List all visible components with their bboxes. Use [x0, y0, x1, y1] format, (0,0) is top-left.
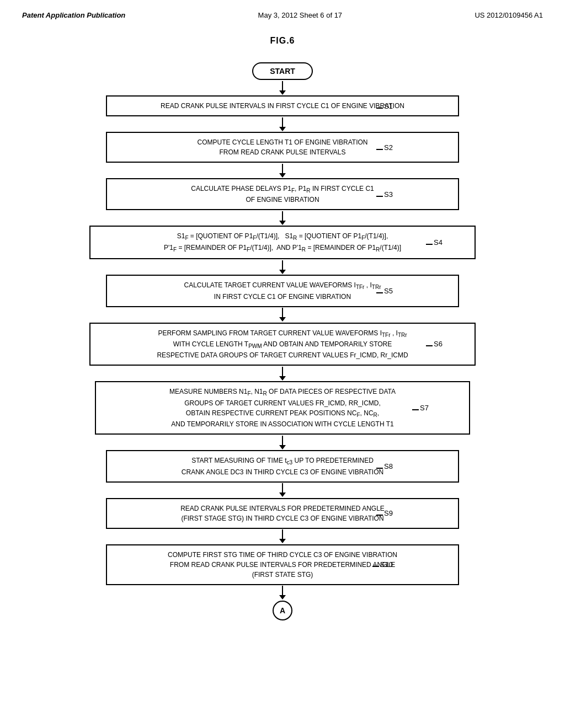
step-s2-row: COMPUTE CYCLE LENGTH T1 OF ENGINE VIBRAT… [106, 132, 459, 163]
step-s3-text: CALCULATE PHASE DELAYS P1F, P1R IN FIRST… [191, 185, 374, 204]
step-s1-row: READ CRANK PULSE INTERVALS IN FIRST CYCL… [106, 95, 459, 116]
s1-dash [376, 108, 383, 109]
start-label: START [270, 67, 295, 76]
arrow-7 [279, 366, 286, 381]
step-s9-row: READ CRANK PULSE INTERVALS FOR PREDETERM… [106, 498, 459, 529]
step-s3-row: CALCULATE PHASE DELAYS P1F, P1R IN FIRST… [106, 178, 459, 210]
step-s6-text: PERFORM SAMPLING FROM TARGET CURRENT VAL… [157, 329, 408, 360]
step-s10-row: COMPUTE FIRST STG TIME OF THIRD CYCLE C3… [106, 544, 459, 585]
step-s6-label: S6 [426, 340, 443, 348]
step-s1-text: READ CRANK PULSE INTERVALS IN FIRST CYCL… [161, 102, 404, 110]
header-publication-label: Patent Application Publication [22, 11, 125, 19]
step-s8-box: START MEASURING OF TIME tc3 UP TO PREDET… [106, 450, 459, 482]
arrow-11 [279, 585, 286, 601]
s6-dash [426, 345, 433, 346]
arrow-5 [279, 259, 286, 275]
step-s8-label: S8 [376, 462, 393, 470]
step-s5-label: S5 [376, 287, 393, 295]
arrow-8 [279, 435, 286, 450]
s7-dash [412, 409, 419, 410]
step-s1-label: S1 [376, 102, 393, 110]
step-s3-box: CALCULATE PHASE DELAYS P1F, P1R IN FIRST… [106, 178, 459, 210]
step-s4-row: S1F = [QUOTIENT OF P1F/(T1/4)], S1R = [Q… [89, 226, 476, 259]
step-s3-label: S3 [376, 190, 393, 199]
s4-dash [426, 244, 433, 245]
step-s7-text: MEASURE NUMBERS N1F, N1R OF DATA PIECES … [169, 388, 396, 428]
step-s8-text: START MEASURING OF TIME tc3 UP TO PREDET… [182, 457, 383, 475]
step-s1-box: READ CRANK PULSE INTERVALS IN FIRST CYCL… [106, 95, 459, 116]
s9-dash [376, 515, 383, 516]
arrow-2 [279, 116, 286, 132]
step-s5-text: CALCULATE TARGET CURRENT VALUE WAVEFORMS… [184, 281, 381, 300]
header-patent-number: US 2012/0109456 A1 [475, 11, 543, 19]
flowchart: START READ CRANK PULSE INTERVALS IN FIRS… [22, 62, 543, 620]
arrow-9 [279, 483, 286, 498]
arrow-3 [279, 163, 286, 178]
arrow-6 [279, 307, 286, 323]
step-s10-text: COMPUTE FIRST STG TIME OF THIRD CYCLE C3… [168, 551, 397, 579]
step-s9-box: READ CRANK PULSE INTERVALS FOR PREDETERM… [106, 498, 459, 529]
step-s5-box: CALCULATE TARGET CURRENT VALUE WAVEFORMS… [106, 275, 459, 307]
arrow-4 [279, 210, 286, 226]
step-s10-label: S10 [372, 560, 393, 569]
s3-dash [376, 196, 383, 197]
step-s7-label: S7 [412, 404, 429, 412]
step-s6-box: PERFORM SAMPLING FROM TARGET CURRENT VAL… [89, 323, 476, 366]
step-s10-box: COMPUTE FIRST STG TIME OF THIRD CYCLE C3… [106, 544, 459, 585]
end-connector-label: A [280, 606, 285, 615]
page: Patent Application Publication May 3, 20… [0, 0, 565, 728]
end-connector-a: A [273, 601, 292, 620]
start-oval: START [252, 62, 313, 80]
step-s9-label: S9 [376, 509, 393, 517]
step-s4-box: S1F = [QUOTIENT OF P1F/(T1/4)], S1R = [Q… [89, 226, 476, 259]
step-s5-row: CALCULATE TARGET CURRENT VALUE WAVEFORMS… [106, 275, 459, 307]
s2-dash [376, 149, 383, 150]
step-s4-label: S4 [426, 238, 443, 247]
arrow-1 [279, 80, 286, 95]
step-s8-row: START MEASURING OF TIME tc3 UP TO PREDET… [106, 450, 459, 482]
step-s2-label: S2 [376, 143, 393, 152]
s5-dash [376, 292, 383, 293]
step-s2-text: COMPUTE CYCLE LENGTH T1 OF ENGINE VIBRAT… [198, 138, 368, 156]
step-s2-box: COMPUTE CYCLE LENGTH T1 OF ENGINE VIBRAT… [106, 132, 459, 163]
arrow-10 [279, 529, 286, 544]
step-s6-row: PERFORM SAMPLING FROM TARGET CURRENT VAL… [89, 323, 476, 366]
s10-dash [372, 566, 379, 567]
s8-dash [376, 468, 383, 469]
step-s4-text: S1F = [QUOTIENT OF P1F/(T1/4)], S1R = [Q… [164, 232, 401, 251]
step-s7-row: MEASURE NUMBERS N1F, N1R OF DATA PIECES … [95, 381, 470, 435]
step-s9-text: READ CRANK PULSE INTERVALS FOR PREDETERM… [180, 505, 385, 522]
figure-title: FIG.6 [22, 36, 543, 46]
page-header: Patent Application Publication May 3, 20… [22, 11, 543, 19]
header-date-sheet: May 3, 2012 Sheet 6 of 17 [258, 11, 343, 19]
